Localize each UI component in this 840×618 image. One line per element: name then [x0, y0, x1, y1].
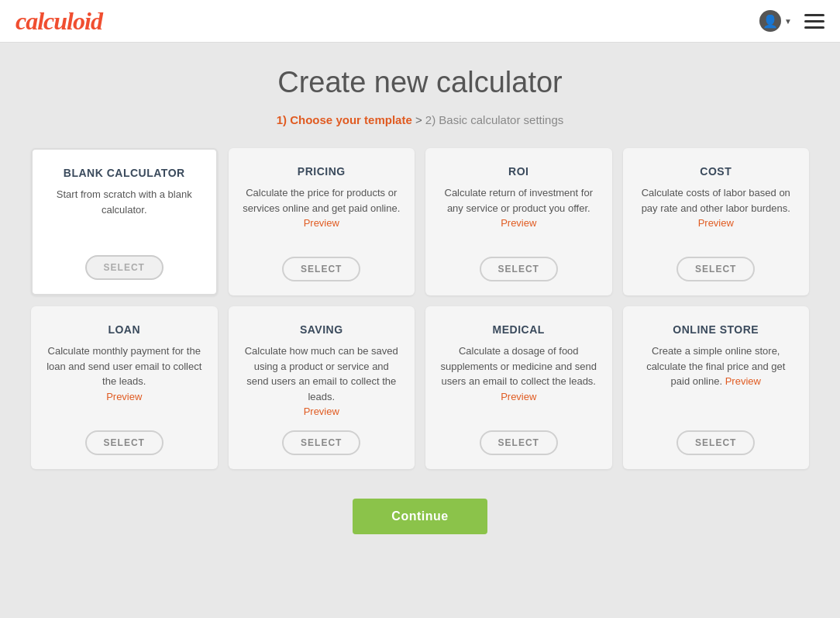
online-store-preview-link[interactable]: Preview: [725, 375, 761, 387]
card-online-store-desc: Create a simple online store, calculate …: [637, 344, 796, 419]
card-saving-title: SAVING: [300, 323, 343, 336]
card-medical-title: MEDICAL: [493, 323, 545, 336]
header-right: 👤 ▼: [759, 10, 825, 32]
select-loan-button[interactable]: SELECT: [85, 430, 164, 455]
card-pricing: PRICING Calculate the price for products…: [229, 148, 415, 295]
breadcrumb: 1) Choose your template > 2) Basic calcu…: [31, 113, 809, 126]
loan-preview-link[interactable]: Preview: [106, 391, 142, 402]
card-saving: SAVING Calculate how much can be saved u…: [229, 306, 415, 469]
hamburger-line-3: [804, 26, 825, 29]
select-medical-button[interactable]: SELECT: [480, 430, 558, 455]
logo: calculoid: [15, 7, 102, 36]
roi-preview-link[interactable]: Preview: [501, 217, 536, 229]
breadcrumb-step1: 1) Choose your template: [277, 113, 412, 126]
card-medical: MEDICAL Calculate a dosage of food suppl…: [425, 306, 612, 469]
breadcrumb-separator: >: [412, 113, 425, 126]
card-medical-desc: Calculate a dosage of food supplements o…: [439, 344, 598, 419]
card-blank-desc: Start from scratch with a blank calculat…: [46, 187, 202, 244]
cards-row-1: BLANK CALCULATOR Start from scratch with…: [31, 148, 809, 295]
select-cost-button[interactable]: SELECT: [676, 257, 755, 281]
card-online-store: ONLINE STORE Create a simple online stor…: [623, 306, 810, 469]
card-cost-title: COST: [700, 165, 732, 178]
card-roi: ROI Calculate return of investment for a…: [425, 148, 612, 295]
user-avatar-icon: 👤: [759, 10, 781, 32]
card-loan-title: LOAN: [108, 323, 140, 336]
card-cost: COST Calculate costs of labor based on p…: [623, 148, 810, 295]
header: calculoid 👤 ▼: [0, 0, 840, 43]
hamburger-menu-button[interactable]: [804, 14, 825, 29]
pricing-preview-link[interactable]: Preview: [304, 217, 339, 229]
card-roi-title: ROI: [508, 165, 528, 178]
card-online-store-title: ONLINE STORE: [673, 323, 759, 336]
card-loan-desc: Calculate monthly payment for the loan a…: [45, 344, 204, 419]
footer-area: Continue: [31, 480, 809, 534]
select-blank-button[interactable]: SELECT: [85, 255, 164, 280]
user-menu[interactable]: 👤 ▼: [759, 10, 792, 32]
card-pricing-desc: Calculate the price for products or serv…: [243, 185, 401, 246]
continue-button[interactable]: Continue: [353, 499, 487, 534]
saving-preview-link[interactable]: Preview: [304, 406, 339, 417]
hamburger-line-1: [804, 14, 825, 16]
page-title: Create new calculator: [31, 66, 809, 99]
cards-row-2: LOAN Calculate monthly payment for the l…: [31, 306, 809, 469]
chevron-down-icon: ▼: [784, 17, 792, 26]
select-online-store-button[interactable]: SELECT: [676, 430, 755, 455]
card-blank-title: BLANK CALCULATOR: [64, 167, 185, 179]
card-cost-desc: Calculate costs of labor based on pay ra…: [637, 185, 796, 246]
select-pricing-button[interactable]: SELECT: [282, 257, 360, 281]
hamburger-line-2: [804, 20, 825, 22]
select-saving-button[interactable]: SELECT: [282, 430, 360, 455]
main-content: Create new calculator 1) Choose your tem…: [0, 43, 840, 565]
medical-preview-link[interactable]: Preview: [501, 391, 536, 402]
card-blank: BLANK CALCULATOR Start from scratch with…: [31, 148, 218, 295]
card-roi-desc: Calculate return of investment for any s…: [439, 185, 598, 246]
card-pricing-title: PRICING: [298, 165, 346, 178]
card-saving-desc: Calculate how much can be saved using a …: [243, 344, 401, 419]
select-roi-button[interactable]: SELECT: [480, 257, 558, 281]
card-loan: LOAN Calculate monthly payment for the l…: [31, 306, 218, 469]
cost-preview-link[interactable]: Preview: [698, 217, 734, 229]
breadcrumb-step2: 2) Basic calculator settings: [425, 113, 563, 126]
